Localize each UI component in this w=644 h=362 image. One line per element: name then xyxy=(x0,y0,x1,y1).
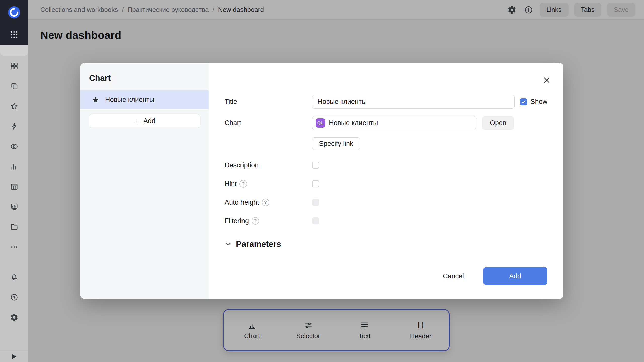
chart-list-item-label: Новые клиенты xyxy=(105,96,154,104)
show-checkbox-label: Show xyxy=(530,98,547,106)
hint-label-wrap: Hint ? xyxy=(225,180,312,188)
expand-arrow-icon xyxy=(12,354,16,359)
add-chart-button[interactable]: Add xyxy=(89,114,200,128)
cancel-button[interactable]: Cancel xyxy=(437,267,469,285)
chart-field-value: Новые клиенты xyxy=(329,119,378,127)
description-checkbox[interactable] xyxy=(312,162,319,169)
dialog-footer: Cancel Add xyxy=(437,267,547,285)
charts-icon[interactable] xyxy=(0,156,28,176)
apps-grid-icon[interactable] xyxy=(10,30,19,39)
sidebar-expand[interactable] xyxy=(0,351,28,362)
check-icon xyxy=(521,99,526,104)
show-checkbox[interactable] xyxy=(520,98,527,105)
table-icon[interactable] xyxy=(0,176,28,197)
help-icon[interactable]: ? xyxy=(0,287,28,307)
show-checkbox-wrap[interactable]: Show xyxy=(520,98,547,106)
open-chart-button[interactable]: Open xyxy=(482,116,514,130)
title-input[interactable] xyxy=(312,95,515,109)
folder-icon[interactable] xyxy=(0,217,28,237)
sidebar-bottom-nav: ? xyxy=(0,267,28,327)
dialog-form: Title Show Chart QL Новые клиенты Open S… xyxy=(209,63,564,299)
chart-dialog: Chart Новые клиенты Add Title Show Chart xyxy=(80,63,564,299)
auto-height-label-wrap: Auto height ? xyxy=(225,199,312,206)
filtering-label: Filtering xyxy=(225,217,249,225)
ql-badge: QL xyxy=(316,118,325,128)
specify-link-row: Specify link xyxy=(225,137,547,150)
dialog-left-panel: Chart Новые клиенты Add xyxy=(80,63,209,299)
filtering-help-icon[interactable]: ? xyxy=(252,217,259,225)
dialog-add-button[interactable]: Add xyxy=(483,267,547,285)
auto-height-label: Auto height xyxy=(225,199,259,206)
filtering-checkbox xyxy=(312,217,319,224)
collections-icon[interactable] xyxy=(0,76,28,96)
description-label: Description xyxy=(225,161,312,169)
chart-select-field[interactable]: QL Новые клиенты xyxy=(312,116,476,130)
hint-checkbox[interactable] xyxy=(312,180,319,187)
filtering-row: Filtering ? xyxy=(225,217,547,225)
hint-help-icon[interactable]: ? xyxy=(239,180,247,188)
filtering-label-wrap: Filtering ? xyxy=(225,217,312,225)
chart-row: Chart QL Новые клиенты Open xyxy=(225,116,547,130)
auto-height-checkbox xyxy=(312,199,319,206)
logo-block xyxy=(0,0,28,45)
hint-row: Hint ? xyxy=(225,179,547,188)
favorites-star-icon[interactable] xyxy=(0,96,28,116)
parameters-label: Parameters xyxy=(236,239,281,249)
sidebar-nav xyxy=(0,56,28,257)
presentation-icon[interactable] xyxy=(0,197,28,217)
title-row: Title Show xyxy=(225,95,547,109)
dialog-panel-title: Chart xyxy=(89,73,209,83)
parameters-toggle[interactable]: Parameters xyxy=(225,239,281,249)
specify-link-button[interactable]: Specify link xyxy=(312,137,360,150)
datasets-icon[interactable] xyxy=(0,136,28,156)
sidebar-cap xyxy=(0,45,28,56)
app-sidebar: ? xyxy=(0,0,28,362)
auto-height-help-icon[interactable]: ? xyxy=(262,199,269,206)
add-chart-button-label: Add xyxy=(143,117,155,125)
editor-bolt-icon[interactable] xyxy=(0,116,28,136)
notifications-bell-icon[interactable] xyxy=(0,267,28,287)
more-icon[interactable] xyxy=(0,237,28,257)
title-label: Title xyxy=(225,98,312,106)
datalens-logo-icon[interactable] xyxy=(7,5,21,20)
star-icon xyxy=(92,96,99,104)
hint-label: Hint xyxy=(225,180,237,188)
description-row: Description xyxy=(225,161,547,169)
plus-icon xyxy=(134,118,140,124)
chart-list-item-selected[interactable]: Новые клиенты xyxy=(80,90,209,109)
chart-label: Chart xyxy=(225,119,312,127)
widgets-icon[interactable] xyxy=(0,56,28,76)
svg-text:?: ? xyxy=(13,295,15,299)
auto-height-row: Auto height ? xyxy=(225,198,547,207)
settings-gear-icon[interactable] xyxy=(0,307,28,327)
chevron-down-icon xyxy=(225,240,232,248)
